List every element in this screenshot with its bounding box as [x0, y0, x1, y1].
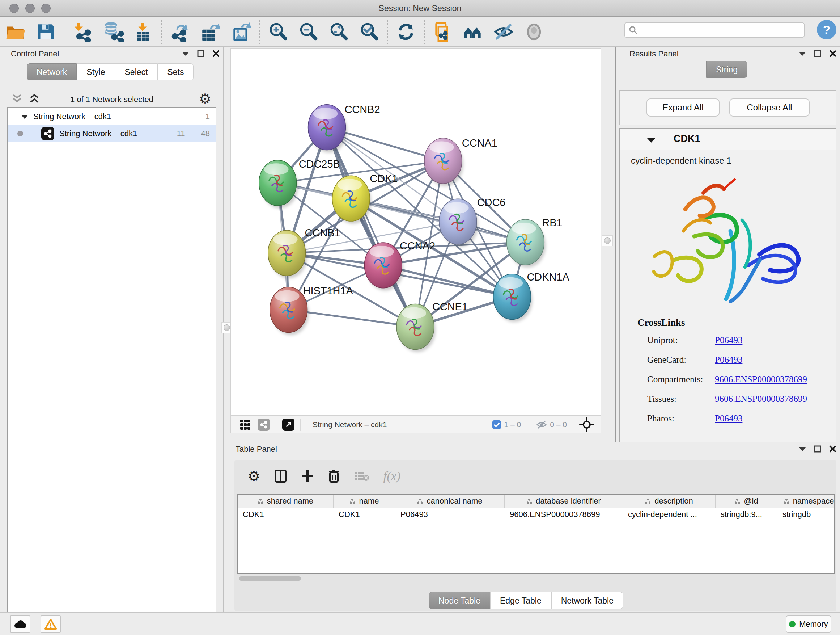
- close-panel-icon[interactable]: [212, 50, 219, 57]
- tab-edge-table[interactable]: Edge Table: [490, 592, 551, 609]
- hide-selected-button[interactable]: [492, 20, 515, 44]
- hidden-eye-slash-icon[interactable]: [536, 420, 547, 429]
- collapse-all-button[interactable]: Collapse All: [729, 98, 810, 117]
- add-column-icon[interactable]: [301, 469, 314, 483]
- right-splitter[interactable]: [601, 47, 616, 442]
- help-button[interactable]: ?: [817, 20, 836, 40]
- table-cell[interactable]: cyclin-dependent ...: [623, 508, 715, 521]
- warnings-button[interactable]: [41, 616, 61, 633]
- float-panel-icon[interactable]: [799, 447, 806, 451]
- crosslink-link[interactable]: P06493: [715, 335, 742, 345]
- column-header-canonical-name[interactable]: canonical name: [395, 494, 505, 508]
- memory-button[interactable]: Memory: [786, 616, 831, 633]
- crosslink-label: GeneCard:: [647, 355, 686, 365]
- tab-network-table[interactable]: Network Table: [551, 592, 623, 609]
- zoom-selected-button[interactable]: [357, 20, 381, 44]
- show-graphics-details-button[interactable]: [523, 20, 546, 44]
- network-collection-row[interactable]: String Network – cdk1 1: [8, 108, 216, 125]
- column-type-icon: [645, 498, 651, 504]
- crosslink-link[interactable]: P06493: [715, 413, 742, 424]
- column-header-name[interactable]: name: [333, 494, 395, 508]
- column-header-namespace[interactable]: namespace: [777, 494, 835, 508]
- table-cell[interactable]: stringdb:9...: [715, 508, 777, 521]
- crosslink-link[interactable]: P06493: [715, 355, 742, 365]
- delete-column-icon[interactable]: [328, 469, 340, 483]
- export-network-button[interactable]: [169, 20, 192, 44]
- table-cell[interactable]: stringdb: [777, 508, 835, 521]
- column-header--id[interactable]: @id: [715, 494, 777, 508]
- search-input[interactable]: [641, 26, 801, 35]
- tab-network[interactable]: Network: [27, 63, 77, 80]
- refresh-button[interactable]: [394, 20, 417, 44]
- tab-string-results[interactable]: String: [706, 61, 747, 78]
- grid-view-icon[interactable]: [239, 418, 252, 431]
- network-row[interactable]: String Network – cdk1 11 48: [8, 125, 216, 142]
- gene-section-header[interactable]: CDK1: [620, 129, 836, 150]
- table-horizontal-scrollbar[interactable]: [239, 576, 832, 581]
- save-session-button[interactable]: [34, 20, 57, 44]
- network-node-CCNB1[interactable]: [268, 230, 307, 279]
- network-canvas[interactable]: CCNB2CCNA1CDC25BCDK1CDC6RB1CCNB1CCNA2CDK…: [231, 48, 601, 416]
- tab-node-table[interactable]: Node Table: [429, 592, 490, 609]
- import-network-database-button[interactable]: [101, 20, 125, 44]
- table-row[interactable]: CDK1CDK1P064939606.ENSP00000378699cyclin…: [238, 508, 834, 521]
- column-header-description[interactable]: description: [623, 494, 715, 508]
- first-neighbors-button[interactable]: [462, 20, 485, 44]
- table-settings-gear-icon[interactable]: ⚙: [248, 468, 261, 485]
- zoom-in-button[interactable]: [266, 20, 289, 44]
- network-node-CCNA1[interactable]: [424, 138, 463, 187]
- open-session-button[interactable]: [4, 20, 27, 44]
- crosslink-link[interactable]: 9606.ENSP00000378699: [715, 374, 807, 385]
- close-panel-icon[interactable]: [829, 445, 836, 453]
- network-node-CDK1[interactable]: [332, 176, 371, 224]
- show-columns-icon[interactable]: [274, 469, 287, 483]
- selected-checkbox-icon[interactable]: [492, 420, 501, 429]
- tab-select[interactable]: Select: [115, 63, 158, 80]
- scrollbar-thumb[interactable]: [239, 576, 301, 581]
- toolbar-separator: [387, 20, 388, 44]
- network-options-gear-icon[interactable]: ⚙: [199, 91, 211, 106]
- import-network-icon: [72, 21, 93, 42]
- network-from-selection-button[interactable]: [431, 20, 454, 44]
- detach-view-icon[interactable]: [282, 418, 294, 431]
- table-cell[interactable]: P06493: [395, 508, 505, 521]
- string-view-icon[interactable]: [257, 418, 270, 431]
- network-node-CCNB2[interactable]: [308, 105, 347, 153]
- zoom-out-button[interactable]: [297, 20, 320, 44]
- birdseye-navigator-icon[interactable]: [579, 417, 594, 432]
- section-collapse-icon[interactable]: [647, 138, 655, 143]
- float-panel-icon[interactable]: [799, 51, 806, 56]
- network-node-CDKN1A[interactable]: [493, 274, 532, 322]
- network-node-RB1[interactable]: [507, 219, 546, 268]
- table-cell[interactable]: CDK1: [333, 508, 395, 521]
- collection-count: 1: [205, 112, 210, 121]
- export-image-button[interactable]: [229, 20, 253, 44]
- tab-sets[interactable]: Sets: [157, 63, 194, 80]
- left-splitter[interactable]: [224, 47, 231, 612]
- table-cell[interactable]: 9606.ENSP00000378699: [505, 508, 623, 521]
- column-header-shared-name[interactable]: shared name: [238, 494, 333, 508]
- close-panel-icon[interactable]: [829, 50, 836, 57]
- table-header-row: shared namenamecanonical namedatabase id…: [238, 494, 834, 508]
- maximize-panel-icon[interactable]: [814, 445, 821, 453]
- collection-expand-icon[interactable]: [21, 114, 28, 119]
- maximize-panel-icon[interactable]: [197, 50, 204, 57]
- network-node-CCNE1[interactable]: [396, 304, 436, 352]
- column-header-database-identifier[interactable]: database identifier: [505, 494, 623, 508]
- crosslink-link[interactable]: 9606.ENSP00000378699: [715, 394, 807, 404]
- network-node-CCNA2[interactable]: [364, 242, 403, 291]
- table-cell[interactable]: CDK1: [238, 508, 333, 521]
- float-panel-icon[interactable]: [182, 51, 189, 56]
- zoom-fit-button[interactable]: [327, 20, 350, 44]
- import-network-file-button[interactable]: [71, 20, 94, 44]
- tab-style[interactable]: Style: [77, 63, 115, 80]
- expand-all-button[interactable]: Expand All: [646, 98, 720, 117]
- splitter-handle[interactable]: [602, 235, 613, 246]
- maximize-panel-icon[interactable]: [814, 50, 821, 57]
- export-table-button[interactable]: [199, 20, 222, 44]
- network-node-CDC6[interactable]: [439, 199, 478, 247]
- crosslink-row: Tissues:9606.ENSP00000378699: [620, 390, 836, 409]
- import-table-file-button[interactable]: [132, 20, 155, 44]
- gene-description: cyclin-dependent kinase 1: [631, 156, 731, 166]
- cloud-status-button[interactable]: [10, 616, 30, 633]
